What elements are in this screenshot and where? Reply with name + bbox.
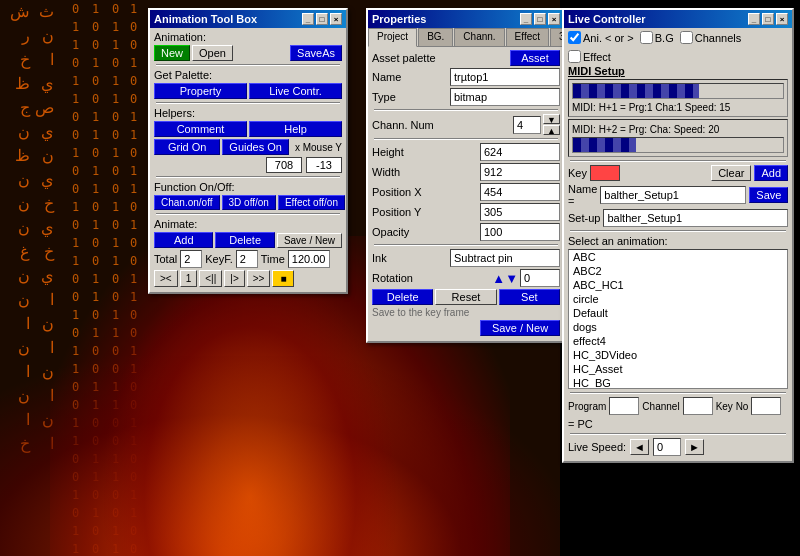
props-divider-3 xyxy=(374,244,558,246)
effect-checkbox[interactable] xyxy=(568,50,581,63)
anim-close-btn[interactable]: × xyxy=(330,13,342,25)
effect-offon-button[interactable]: Effect off/on xyxy=(278,195,345,210)
props-delete-button[interactable]: Delete xyxy=(372,289,433,305)
add-live-button[interactable]: Add xyxy=(754,165,788,181)
time-input[interactable] xyxy=(288,250,330,268)
tab-project[interactable]: Project xyxy=(368,28,417,47)
tab-effect[interactable]: Effect xyxy=(506,28,549,46)
speed-up-btn[interactable]: ► xyxy=(685,439,704,455)
key-color-swatch[interactable] xyxy=(590,165,620,181)
props-minimize-btn[interactable]: _ xyxy=(520,13,532,25)
live-minimize-btn[interactable]: _ xyxy=(748,13,760,25)
comment-button[interactable]: Comment xyxy=(154,121,247,137)
divider-4 xyxy=(156,213,340,215)
transport-1-btn[interactable]: 1 xyxy=(180,270,198,287)
properties-panel: Properties _ □ × Project BG. Chann. Effe… xyxy=(366,8,566,343)
key-no-input[interactable] xyxy=(751,397,781,415)
chan-onoff-button[interactable]: Chan.on/off xyxy=(154,195,220,210)
chann-num-input[interactable] xyxy=(513,116,541,134)
pos-y-input[interactable] xyxy=(480,203,560,221)
transport-stop-btn[interactable]: ■ xyxy=(272,270,294,287)
program-input[interactable] xyxy=(609,397,639,415)
live-name-input[interactable] xyxy=(600,186,746,204)
add-button[interactable]: Add xyxy=(154,232,213,248)
list-item-abc[interactable]: ABC xyxy=(569,250,787,264)
ani-checkbox[interactable] xyxy=(568,31,581,44)
live-save-button[interactable]: Save xyxy=(749,187,788,203)
save-new-button[interactable]: Save / New xyxy=(277,233,342,248)
list-item-hcbg[interactable]: HC_BG xyxy=(569,376,787,389)
keyf-input[interactable] xyxy=(236,250,258,268)
delete-button[interactable]: Delete xyxy=(215,232,274,248)
anim-maximize-btn[interactable]: □ xyxy=(316,13,328,25)
pc-label: PC xyxy=(577,418,592,430)
live-title: Live Controller xyxy=(568,13,646,25)
props-maximize-btn[interactable]: □ xyxy=(534,13,546,25)
threed-off-button[interactable]: 3D off/on xyxy=(222,195,276,210)
pos-y-label: Position Y xyxy=(372,206,421,218)
help-button[interactable]: Help xyxy=(249,121,342,137)
checkbox-ani[interactable]: Ani. < or > xyxy=(568,31,634,44)
props-close-btn[interactable]: × xyxy=(548,13,560,25)
live-speed-input[interactable] xyxy=(653,438,681,456)
height-input[interactable] xyxy=(480,143,560,161)
helpers-label: Helpers: xyxy=(154,107,195,119)
guides-on-button[interactable]: Guides On xyxy=(222,139,289,155)
chann-up-btn[interactable]: ▲ xyxy=(543,125,560,135)
list-item-hcasset[interactable]: HC_Asset xyxy=(569,362,787,376)
animation-label: Animation: xyxy=(154,31,206,43)
type-input[interactable] xyxy=(450,88,560,106)
props-reset-button[interactable]: Reset xyxy=(435,289,496,305)
list-item-abc2[interactable]: ABC2 xyxy=(569,264,787,278)
props-save-new-button[interactable]: Save / New xyxy=(480,320,560,336)
setup-input[interactable] xyxy=(603,209,788,227)
checkbox-effect[interactable]: Effect xyxy=(568,50,611,63)
live-divider-1 xyxy=(570,160,786,162)
ink-input[interactable] xyxy=(450,249,560,267)
transport-play-btn[interactable]: |> xyxy=(224,270,244,287)
height-label: Height xyxy=(372,146,404,158)
chann-down-btn[interactable]: ▼ xyxy=(543,114,560,124)
tab-chann[interactable]: Chann. xyxy=(454,28,504,46)
checkbox-channels[interactable]: Channels xyxy=(680,31,741,44)
list-item-hc3dvideo[interactable]: HC_3DVideo xyxy=(569,348,787,362)
speed-down-btn[interactable]: ◄ xyxy=(630,439,649,455)
channel-input[interactable] xyxy=(683,397,713,415)
list-item-effect4[interactable]: effect4 xyxy=(569,334,787,348)
live-name-label: Name = xyxy=(568,183,597,207)
total-input[interactable] xyxy=(180,250,202,268)
transport-prev-btn[interactable]: <|| xyxy=(199,270,222,287)
live-contr-button[interactable]: Live Contr. xyxy=(249,83,342,99)
bg-checkbox[interactable] xyxy=(640,31,653,44)
list-item-dogs[interactable]: dogs xyxy=(569,320,787,334)
property-button[interactable]: Property xyxy=(154,83,247,99)
channels-checkbox[interactable] xyxy=(680,31,693,44)
list-item-default[interactable]: Default xyxy=(569,306,787,320)
anim-minimize-btn[interactable]: _ xyxy=(302,13,314,25)
asset-button[interactable]: Asset xyxy=(510,50,560,66)
live-close-btn[interactable]: × xyxy=(776,13,788,25)
opacity-input[interactable] xyxy=(480,223,560,241)
name-input[interactable] xyxy=(450,68,560,86)
width-input[interactable] xyxy=(480,163,560,181)
checkbox-bg[interactable]: B.G xyxy=(640,31,674,44)
saveas-button[interactable]: SaveAs xyxy=(290,45,342,61)
props-set-button[interactable]: Set xyxy=(499,289,560,305)
transport-start-btn[interactable]: >< xyxy=(154,270,178,287)
pos-x-input[interactable] xyxy=(480,183,560,201)
save-to-key-label: Save to the key frame xyxy=(372,307,469,318)
grid-on-button[interactable]: Grid On xyxy=(154,139,220,155)
animation-list[interactable]: ABC ABC2 ABC_HC1 circle Default dogs eff… xyxy=(568,249,788,389)
open-button[interactable]: Open xyxy=(192,45,233,61)
rotation-input[interactable] xyxy=(520,269,560,287)
new-button[interactable]: New xyxy=(154,45,190,61)
mouse-y-input[interactable] xyxy=(306,157,342,173)
list-item-abc-hc1[interactable]: ABC_HC1 xyxy=(569,278,787,292)
tab-bg[interactable]: BG. xyxy=(418,28,453,46)
live-maximize-btn[interactable]: □ xyxy=(762,13,774,25)
transport-next-btn[interactable]: >> xyxy=(247,270,271,287)
list-item-circle[interactable]: circle xyxy=(569,292,787,306)
clear-button[interactable]: Clear xyxy=(711,165,751,181)
live-titlebar: Live Controller _ □ × xyxy=(564,10,792,28)
mouse-x-input[interactable] xyxy=(266,157,302,173)
